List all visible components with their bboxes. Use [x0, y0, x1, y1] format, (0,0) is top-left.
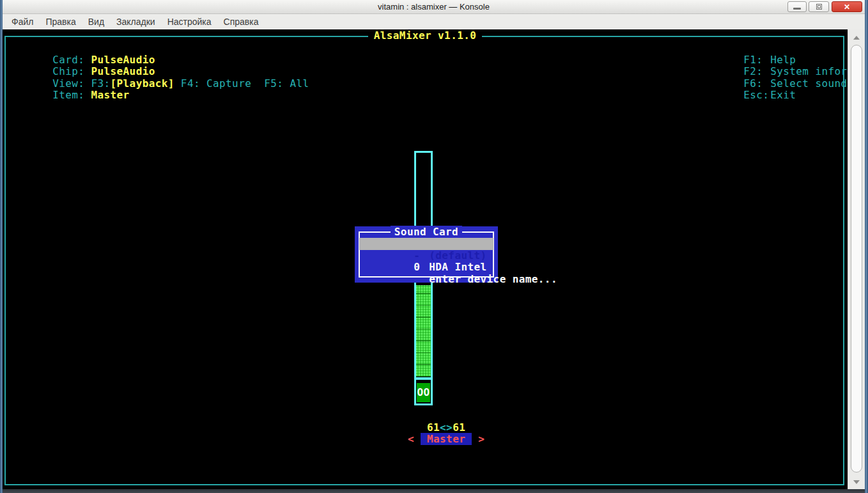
dialog-item-enter-device-name[interactable]: enter device name... [359, 262, 493, 274]
mute-status-cell: OO [417, 383, 430, 402]
dialog-title: Sound Card [355, 226, 498, 239]
channel-arrow-left: < [408, 433, 421, 445]
item-label: Item: [52, 89, 91, 101]
scrollbar-thumb[interactable] [851, 45, 862, 473]
menu-item-view[interactable]: Вид [88, 17, 104, 27]
menu-item-help[interactable]: Справка [224, 17, 259, 27]
volume-bar-separator [416, 377, 431, 380]
channel-arrow-right: > [472, 433, 484, 445]
scroll-down-icon[interactable] [853, 480, 860, 484]
window-border-right [865, 0, 868, 493]
view-other-modes: F4: Capture F5: All [174, 77, 309, 90]
menu-item-file[interactable]: Файл [12, 17, 33, 27]
scroll-up-icon[interactable] [853, 36, 860, 40]
channel-selector: < Master > [366, 422, 488, 458]
close-icon: ✕ [844, 3, 850, 12]
menu-item-edit[interactable]: Правка [45, 17, 75, 27]
item-value: Master [91, 89, 129, 101]
dialog-item-hda-intel[interactable]: 0HDA Intel [359, 250, 493, 262]
konsole-window: vitamin : alsamixer — Konsole ✕ Файл Пра… [0, 0, 868, 493]
channel-name: Master [421, 433, 472, 445]
titlebar[interactable]: vitamin : alsamixer — Konsole ✕ [3, 0, 865, 14]
maximize-icon [816, 4, 822, 10]
minimize-button[interactable] [787, 1, 807, 12]
help-esc: Esc:Exit [705, 78, 796, 114]
terminal-screen[interactable]: AlsaMixer v1.1.0 Card: PulseAudio Chip: … [3, 29, 848, 489]
dialog-item-default[interactable]: -(default) [359, 238, 493, 250]
menubar: Файл Правка Вид Закладки Настройка Справ… [3, 14, 865, 29]
app-title: AlsaMixer v1.1.0 [3, 30, 848, 42]
window-border-left [0, 0, 3, 493]
minimize-icon [793, 8, 801, 10]
close-button[interactable]: ✕ [832, 1, 862, 12]
menu-item-bookmarks[interactable]: Закладки [116, 17, 155, 27]
window-title: vitamin : alsamixer — Konsole [3, 0, 865, 14]
window-border-bottom [0, 489, 868, 493]
scrollbar[interactable] [848, 29, 865, 489]
menu-item-settings[interactable]: Настройка [167, 17, 212, 27]
info-item-line: Item: Master [14, 78, 130, 114]
maximize-button[interactable] [809, 1, 829, 12]
volume-bar-fill [416, 285, 431, 377]
sound-card-dialog: Sound Card -(default) 0HDA Intel enter d… [355, 226, 498, 283]
